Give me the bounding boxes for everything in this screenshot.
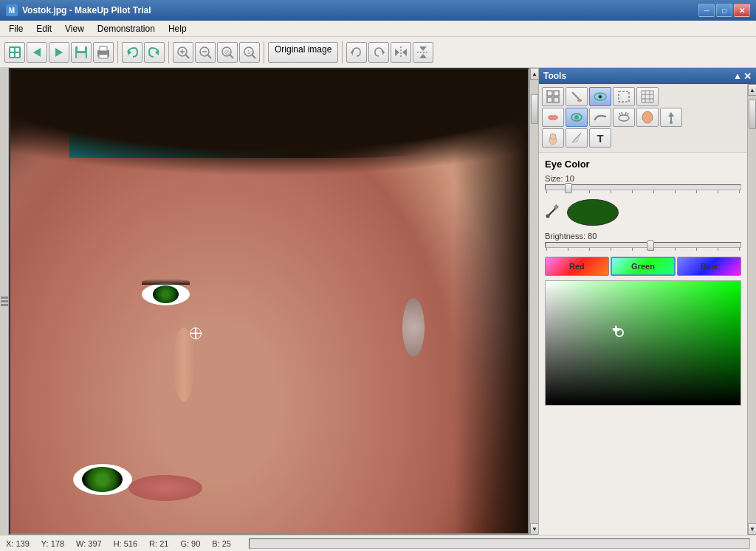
zoom-in-button[interactable] (173, 42, 193, 63)
tool-grid[interactable] (542, 87, 564, 106)
forward-button[interactable] (49, 42, 69, 63)
size-slider-thumb[interactable] (565, 183, 572, 193)
minimize-button[interactable]: ─ (698, 4, 715, 17)
zoom-out-button[interactable] (195, 42, 216, 63)
tool-lips[interactable] (542, 108, 564, 127)
redo-button[interactable] (144, 42, 165, 63)
iris-lower (82, 467, 123, 492)
maximize-button[interactable]: □ (716, 4, 732, 17)
rotate-ccw-button[interactable] (346, 42, 367, 63)
main-area: ▲ ▼ Tools ▲ ✕ (0, 68, 756, 535)
tools-scroll-up[interactable]: ▲ (748, 84, 756, 96)
svg-marker-29 (382, 49, 385, 55)
blue-channel-btn[interactable]: Blue (677, 257, 741, 276)
color-picker[interactable]: + (545, 280, 741, 406)
tools-scroll-thumb[interactable] (749, 100, 756, 129)
svg-point-44 (599, 96, 602, 98)
rotate-cw-button[interactable] (368, 42, 389, 63)
actual-size-button[interactable]: 1:1 (239, 42, 260, 63)
menu-file[interactable]: File (3, 22, 29, 35)
tools-up-arrow[interactable]: ▲ (733, 71, 742, 82)
image-scrollbar[interactable]: ▲ ▼ (529, 68, 538, 535)
earring (402, 298, 425, 357)
green-channel-btn[interactable]: Green (611, 257, 676, 276)
menu-help[interactable]: Help (162, 22, 193, 35)
hair-side (454, 69, 528, 533)
tool-eyedropper[interactable] (660, 108, 682, 127)
svg-rect-46 (642, 91, 653, 103)
tool-text[interactable]: T (589, 128, 611, 148)
svg-rect-36 (547, 91, 552, 96)
tick (675, 190, 676, 193)
svg-line-57 (628, 113, 628, 115)
menu-demonstration[interactable]: Demonstration (92, 22, 161, 35)
app-icon: M (6, 4, 18, 16)
svg-rect-38 (547, 97, 552, 103)
left-scrollbar[interactable] (0, 68, 9, 535)
tools-row-2 (542, 108, 753, 127)
close-button[interactable]: ✕ (734, 4, 750, 17)
tick (739, 248, 740, 251)
tool-eyelash[interactable] (613, 108, 635, 127)
tools-close[interactable]: ✕ (743, 71, 752, 82)
tick (718, 190, 718, 193)
rgb-buttons-row: Red Green Blue (545, 257, 741, 276)
scroll-thumb[interactable] (531, 94, 538, 124)
home-button[interactable] (4, 42, 25, 63)
save-button[interactable] (71, 42, 92, 63)
tool-selection[interactable] (613, 87, 635, 106)
image-panel[interactable] (9, 68, 529, 535)
status-g: G: 90 (180, 539, 200, 548)
status-b: B: 25 (212, 539, 231, 548)
tools-scroll-track[interactable] (748, 96, 756, 523)
flip-h-button[interactable] (391, 42, 411, 63)
lips (128, 475, 202, 501)
flip-v-button[interactable] (413, 42, 433, 63)
svg-text:◎: ◎ (224, 49, 230, 55)
tool-skin[interactable] (636, 108, 659, 127)
tools-header: Tools ▲ ✕ (539, 68, 756, 84)
scroll-track[interactable] (530, 80, 538, 523)
status-y: Y: 178 (41, 539, 64, 548)
svg-marker-32 (402, 49, 407, 56)
tool-gridlines[interactable] (636, 87, 659, 106)
eye-color-swatch[interactable] (567, 199, 619, 226)
nose-highlight (173, 328, 195, 401)
back-button[interactable] (27, 42, 47, 63)
zoom-fit-button[interactable]: ◎ (217, 42, 238, 63)
red-channel-btn[interactable]: Red (545, 257, 609, 276)
sep-4 (342, 41, 343, 63)
tools-scrollbar[interactable]: ▲ ▼ (747, 84, 756, 535)
eyedropper-btn[interactable] (545, 203, 561, 222)
svg-point-41 (577, 99, 582, 102)
tools-scroll-down[interactable]: ▼ (748, 523, 756, 535)
print-button[interactable] (93, 42, 114, 63)
original-image-button[interactable]: Original image (268, 42, 338, 63)
svg-line-40 (572, 92, 579, 99)
tool-nail[interactable] (542, 128, 564, 148)
undo-button[interactable] (122, 42, 142, 63)
tool-eye-color[interactable] (566, 108, 588, 127)
title-bar: M Vostok.jpg - MakeUp Pilot Trial ─ □ ✕ (0, 0, 756, 21)
brightness-slider-track[interactable] (545, 242, 741, 248)
tools-row-1 (542, 87, 753, 106)
size-slider-track[interactable] (545, 184, 741, 190)
svg-marker-60 (668, 112, 674, 117)
menu-view[interactable]: View (59, 22, 90, 35)
brightness-slider-thumb[interactable] (647, 240, 654, 251)
tool-feather[interactable] (566, 128, 588, 148)
menu-edit[interactable]: Edit (30, 22, 58, 35)
svg-marker-5 (33, 48, 41, 57)
toolbar: ◎ 1:1 Original image (0, 37, 756, 68)
tick (718, 248, 718, 251)
eye-upper-container (142, 283, 190, 305)
svg-marker-6 (55, 48, 63, 57)
eye-white-upper (142, 283, 190, 305)
tool-eyebrow[interactable] (589, 108, 611, 127)
sep-1 (117, 41, 118, 63)
sep-2 (168, 41, 169, 63)
tool-brush[interactable] (566, 87, 588, 106)
size-slider-container (545, 184, 741, 193)
tool-eye[interactable] (589, 87, 611, 106)
tick (611, 248, 611, 251)
